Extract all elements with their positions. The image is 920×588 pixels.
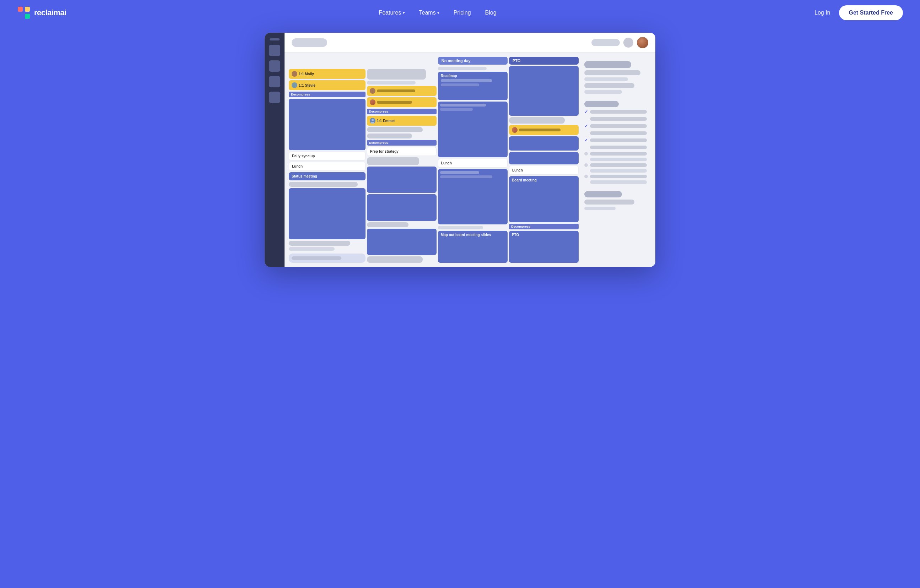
- top-bar-right: [591, 37, 648, 48]
- molly-label: 1:1 Molly: [299, 72, 314, 76]
- logo[interactable]: reclaimai: [17, 6, 66, 19]
- check-bar-3: [590, 139, 647, 142]
- c2-blue-3: [367, 229, 437, 255]
- event-molly[interactable]: 1:1 Molly: [289, 69, 366, 79]
- check-bar-2b: [590, 131, 647, 135]
- event-map-out[interactable]: Map out board meeting slides: [438, 231, 508, 263]
- svg-rect-3: [25, 14, 30, 19]
- event-lunch-3[interactable]: Lunch: [438, 159, 508, 168]
- sidebar-icon-2: [269, 45, 280, 56]
- blue-block-2: [289, 188, 366, 240]
- c4-yellow[interactable]: [509, 125, 579, 135]
- check-icon-1: ✓: [584, 109, 588, 114]
- calendar-col-4: PTO Lunch: [509, 57, 579, 263]
- event-board-meeting[interactable]: Board meeting: [509, 176, 579, 222]
- radio-item-2b: [584, 169, 647, 173]
- radio-dot-1: [584, 152, 588, 155]
- calendar-col-1: 1:1 Molly 1:1 Stevie Decompress Daily sy…: [289, 57, 366, 263]
- rp-footer-bar-1: [584, 200, 634, 205]
- emmet-label: 1:1 Emmet: [377, 119, 395, 123]
- features-chevron-icon: ▾: [403, 11, 405, 15]
- rp-section-header: [584, 101, 619, 107]
- check-item-2: ✓: [584, 124, 647, 129]
- decompress-label-4: Decompress: [509, 224, 579, 229]
- blog-nav-link[interactable]: Blog: [479, 7, 502, 19]
- roadmap-bar-1: [441, 79, 492, 82]
- radio-dot-2: [584, 163, 588, 167]
- event-daily-sync[interactable]: Daily sync up: [289, 152, 366, 160]
- event-c2-yellow[interactable]: [367, 86, 437, 96]
- login-link[interactable]: Log In: [809, 7, 836, 19]
- decompress-label-3: Decompress: [367, 140, 437, 145]
- c2-blue-1: [367, 166, 437, 193]
- c2-yellow2-avatar: [370, 99, 376, 105]
- pricing-label: Pricing: [454, 10, 471, 16]
- user-avatar[interactable]: [637, 37, 648, 48]
- features-nav-link[interactable]: Features ▾: [373, 7, 410, 19]
- event-roadmap[interactable]: Roadmap: [438, 72, 508, 100]
- c2-bar-1: [367, 81, 416, 84]
- event-status-meeting[interactable]: Status meeting: [289, 172, 366, 180]
- c2-bar-3: [367, 134, 412, 139]
- search-bar-placeholder: [292, 38, 327, 47]
- pricing-nav-link[interactable]: Pricing: [448, 7, 477, 19]
- c2-yellow-bar: [377, 89, 415, 92]
- c4-yellow-avatar: [512, 127, 518, 133]
- event-lunch-4[interactable]: Lunch: [509, 166, 579, 175]
- logo-icon: [17, 6, 31, 19]
- svg-rect-0: [18, 7, 23, 12]
- teams-nav-link[interactable]: Teams ▾: [413, 7, 445, 19]
- roadmap-label: Roadmap: [441, 74, 505, 78]
- c3-blue-bar-3: [440, 171, 479, 174]
- rp-bar-2: [584, 78, 628, 81]
- c2-bar-2: [367, 127, 423, 132]
- map-out-label: Map out board meeting slides: [441, 233, 505, 237]
- board-meeting-label: Board meeting: [512, 178, 576, 182]
- sidebar-icon-3: [269, 60, 280, 72]
- c3-bar-1: [438, 67, 487, 70]
- calendar-col-3: No meeting day Roadmap Lunch: [438, 57, 508, 263]
- c3-bar-2: [438, 226, 483, 229]
- gray-bar-c1-1: [289, 182, 358, 187]
- features-label: Features: [379, 10, 401, 16]
- rp-bar-4: [584, 90, 622, 94]
- get-started-button[interactable]: Get Started Free: [839, 5, 903, 20]
- sidebar-icon-4: [269, 76, 280, 87]
- blog-label: Blog: [485, 10, 497, 16]
- event-prep[interactable]: Prep for strategy: [367, 147, 437, 156]
- check-icon-3: ✓: [584, 138, 588, 143]
- radio-item-1: [584, 152, 647, 155]
- blue-block-1: [289, 99, 366, 150]
- svg-point-5: [371, 119, 374, 121]
- gray-bar-c1-3: [289, 247, 335, 251]
- event-stevie[interactable]: 1:1 Stevie: [289, 80, 366, 90]
- teams-label: Teams: [419, 10, 436, 16]
- top-bar-pill: [591, 39, 620, 46]
- rp-bar-3: [584, 83, 634, 88]
- c4-yellow-bar: [519, 129, 560, 131]
- emmet-avatar: [370, 118, 376, 124]
- c2-blue-2: [367, 194, 437, 221]
- c3-blue-bar-1: [440, 104, 486, 107]
- sidebar: [265, 33, 285, 267]
- pto-label: PTO: [512, 233, 519, 237]
- event-pto-col4: PTO: [509, 57, 579, 65]
- event-pto-col5[interactable]: PTO: [509, 231, 579, 263]
- c4-blue-sm: [509, 152, 579, 165]
- login-label: Log In: [815, 10, 830, 16]
- event-c2-yellow2[interactable]: [367, 97, 437, 107]
- check-item-2b: ✓: [584, 131, 647, 136]
- main-area: 1:1 Molly 1:1 Stevie Decompress Daily sy…: [0, 26, 920, 281]
- event-lunch-1[interactable]: Lunch: [289, 162, 366, 171]
- c4-blue-big: [509, 66, 579, 116]
- check-item-1: ✓: [584, 109, 647, 114]
- radio-item-3b: [584, 180, 647, 184]
- event-emmet[interactable]: 1:1 Emmet: [367, 116, 437, 126]
- c2-yellow-avatar: [370, 88, 376, 94]
- c4-gray-1: [509, 117, 565, 124]
- c2-gray-pill: [367, 157, 419, 165]
- check-bar-2: [590, 124, 647, 128]
- teams-chevron-icon: ▾: [437, 11, 439, 15]
- right-panel: ✓ ✓ ✓ ✓ ✓: [580, 57, 651, 263]
- calendar-col-2: Decompress 1:1 Emmet Decompres: [367, 57, 437, 263]
